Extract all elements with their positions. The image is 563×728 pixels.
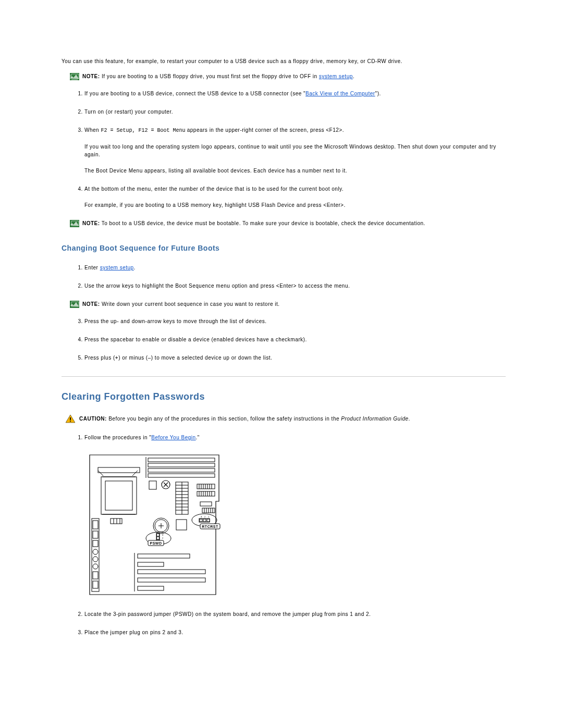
system-setup-link[interactable]: system setup	[319, 73, 353, 79]
svg-rect-22	[157, 534, 160, 536]
svg-text:2: 2	[204, 515, 206, 518]
svg-rect-29	[176, 520, 187, 530]
steps-clear-password-a: Follow the procedures in "Before You Beg…	[72, 434, 506, 441]
svg-rect-46	[93, 531, 98, 538]
steps-clear-password-b: Locate the 3-pin password jumper (PSWD) …	[72, 610, 506, 636]
svg-rect-8	[148, 474, 215, 477]
system-setup-link-2[interactable]: system setup	[100, 265, 134, 270]
svg-rect-45	[93, 521, 98, 529]
svg-rect-42	[138, 578, 205, 582]
step-1: If you are booting to a USB device, conn…	[84, 90, 506, 97]
heading-change-boot-sequence: Changing Boot Sequence for Future Boots	[62, 244, 506, 252]
step-2: Use the arrow keys to highlight the Boot…	[84, 282, 506, 290]
svg-rect-41	[138, 570, 205, 574]
product-info-guide: Product Information Guide	[341, 416, 408, 422]
step-4: Press the spacebar to enable or disable …	[84, 336, 506, 343]
pswd-label: PSWD	[150, 541, 162, 545]
svg-rect-52	[93, 581, 98, 588]
svg-point-49	[93, 557, 98, 562]
step-3: When F2 = Setup, F12 = Boot Menu appears…	[84, 126, 506, 175]
page-content: You can use this feature, for example, t…	[0, 0, 563, 678]
svg-rect-32	[203, 519, 206, 522]
svg-rect-47	[93, 540, 98, 547]
svg-text:2: 2	[162, 537, 164, 539]
note-label: NOTE:	[82, 301, 100, 307]
note-icon	[70, 301, 79, 308]
steps-current-boot: If you are booting to a USB device, conn…	[72, 90, 506, 209]
svg-rect-40	[138, 562, 164, 566]
step-5: Press plus (+) or minus (–) to move a se…	[84, 354, 506, 362]
note-text: NOTE: Write down your current boot seque…	[82, 300, 280, 308]
svg-rect-3	[70, 417, 71, 420]
motherboard-diagram: 3 2 1 PSWD 3 2 1 RTCRST	[87, 452, 506, 598]
section-divider	[62, 376, 506, 377]
svg-rect-11	[98, 467, 140, 473]
note-label: NOTE:	[82, 220, 100, 226]
rtcrst-label: RTCRST	[202, 525, 218, 528]
step-2: Turn on (or restart) your computer.	[84, 108, 506, 116]
step-3-sub1: If you wait too long and the operating s…	[84, 143, 506, 158]
note-icon	[70, 220, 79, 227]
heading-clearing-passwords: Clearing Forgotten Passwords	[62, 391, 506, 402]
svg-rect-23	[157, 537, 160, 539]
code-keys: F2 = Setup, F12 = Boot Menu	[101, 128, 185, 133]
svg-rect-31	[200, 519, 202, 522]
caution-text: CAUTION: Before you begin any of the pro…	[79, 415, 410, 423]
step-3: Place the jumper plug on pins 2 and 3.	[84, 628, 506, 636]
caution-safety: CAUTION: Before you begin any of the pro…	[66, 415, 506, 423]
svg-rect-12	[149, 481, 156, 489]
svg-rect-43	[138, 586, 164, 590]
svg-rect-5	[148, 458, 215, 462]
steps-future-boot-b: Press the up- and down-arrow keys to mov…	[72, 317, 506, 362]
svg-rect-7	[148, 468, 215, 472]
note-bootable-device: NOTE: To boot to a USB device, the devic…	[70, 219, 506, 227]
step-4: At the bottom of the menu, enter the num…	[84, 185, 506, 209]
step-1: Follow the procedures in "Before You Beg…	[84, 434, 506, 441]
step-1: Enter system setup.	[84, 264, 506, 272]
note-text: NOTE: If you are booting to a USB floppy…	[82, 72, 354, 80]
note-usb-floppy: NOTE: If you are booting to a USB floppy…	[70, 72, 506, 80]
note-text: NOTE: To boot to a USB device, the devic…	[82, 219, 425, 227]
step-2: Locate the 3-pin password jumper (PSWD) …	[84, 610, 506, 618]
svg-rect-17	[200, 502, 212, 506]
svg-point-50	[93, 564, 98, 569]
caution-label: CAUTION:	[79, 416, 107, 422]
before-you-begin-link[interactable]: Before You Begin	[151, 435, 195, 440]
note-write-sequence: NOTE: Write down your current boot seque…	[70, 300, 506, 308]
svg-rect-16	[197, 491, 215, 496]
intro-paragraph: You can use this feature, for example, t…	[62, 57, 506, 65]
svg-rect-44	[92, 519, 99, 591]
note-icon	[70, 73, 79, 80]
back-view-link[interactable]: Back View of the Computer	[305, 91, 375, 96]
step-3: Press the up- and down-arrow keys to mov…	[84, 317, 506, 325]
steps-future-boot-a: Enter system setup. Use the arrow keys t…	[72, 264, 506, 290]
svg-rect-53	[111, 519, 122, 524]
note-label: NOTE:	[82, 73, 100, 79]
step-3-sub2: The Boot Device Menu appears, listing al…	[84, 167, 506, 175]
svg-rect-51	[93, 572, 98, 579]
pswd-pins-text: 3	[162, 534, 164, 536]
svg-rect-15	[197, 484, 215, 489]
svg-rect-9	[101, 477, 137, 514]
svg-rect-33	[207, 519, 210, 522]
svg-text:1: 1	[208, 515, 210, 518]
svg-rect-39	[138, 554, 190, 558]
svg-rect-6	[148, 463, 215, 467]
svg-point-48	[93, 549, 98, 554]
svg-text:3: 3	[201, 515, 202, 518]
step-4-sub1: For example, if you are booting to a USB…	[84, 201, 506, 209]
caution-icon	[66, 415, 75, 423]
svg-rect-4	[70, 421, 71, 422]
svg-rect-10	[105, 481, 132, 510]
